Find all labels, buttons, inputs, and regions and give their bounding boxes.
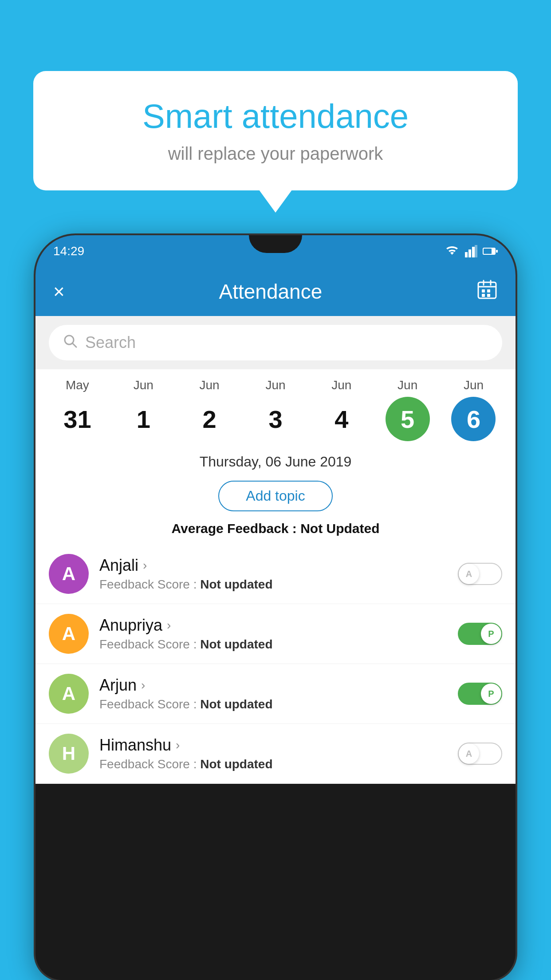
cal-month-label: Jun — [200, 378, 220, 392]
wifi-icon — [445, 245, 460, 257]
calendar-day[interactable]: Jun1 — [117, 378, 170, 441]
cal-month-label: Jun — [134, 378, 153, 392]
toggle-knob: A — [459, 564, 479, 584]
student-name: Anjali › — [99, 556, 447, 575]
selected-date-label: Thursday, 06 June 2019 — [35, 446, 516, 474]
student-info: Anupriya ›Feedback Score : Not updated — [99, 616, 447, 652]
chevron-icon: › — [167, 618, 171, 632]
cal-month-label: Jun — [464, 378, 484, 392]
search-bar-container: Search — [35, 316, 516, 369]
calendar-day[interactable]: Jun5 — [381, 378, 434, 441]
add-topic-container: Add topic — [35, 474, 516, 518]
toggle-track: A — [458, 563, 502, 585]
cal-month-label: Jun — [331, 378, 351, 392]
avatar: A — [49, 674, 89, 714]
svg-rect-2 — [472, 247, 475, 257]
toggle-knob: P — [481, 684, 501, 704]
search-placeholder: Search — [85, 333, 136, 352]
svg-line-16 — [72, 343, 76, 347]
feedback-score: Feedback Score : Not updated — [99, 577, 447, 592]
calendar-day[interactable]: May31 — [51, 378, 104, 441]
student-name: Arjun › — [99, 676, 447, 695]
app-bar-title: Attendance — [219, 280, 322, 304]
feedback-score: Feedback Score : Not updated — [99, 637, 447, 652]
search-icon — [62, 333, 78, 352]
status-time: 14:29 — [53, 244, 84, 258]
cal-date-number: 5 — [386, 397, 430, 441]
student-item[interactable]: HHimanshu ›Feedback Score : Not updatedA — [35, 724, 516, 784]
student-item[interactable]: AAnupriya ›Feedback Score : Not updatedP — [35, 604, 516, 664]
attendance-toggle[interactable]: P — [458, 683, 502, 705]
svg-rect-5 — [484, 249, 492, 254]
attendance-toggle[interactable]: A — [458, 563, 502, 585]
attendance-toggle[interactable]: P — [458, 623, 502, 645]
feedback-score: Feedback Score : Not updated — [99, 697, 447, 711]
attendance-toggle[interactable]: A — [458, 743, 502, 765]
average-feedback: Average Feedback : Not Updated — [35, 518, 516, 544]
student-item[interactable]: AAnjali ›Feedback Score : Not updatedA — [35, 544, 516, 604]
phone-frame: 14:29 × Attendance — [35, 235, 516, 980]
search-bar[interactable]: Search — [49, 325, 502, 360]
calendar-day[interactable]: Jun2 — [183, 378, 236, 441]
cal-date-number: 4 — [319, 397, 364, 441]
toggle-knob: P — [481, 624, 501, 644]
svg-rect-0 — [465, 252, 468, 257]
toggle-track: P — [458, 683, 502, 705]
student-list: AAnjali ›Feedback Score : Not updatedAAA… — [35, 544, 516, 784]
student-info: Himanshu ›Feedback Score : Not updated — [99, 736, 447, 771]
close-button[interactable]: × — [53, 281, 65, 303]
cal-date-number: 1 — [121, 397, 165, 441]
avatar: A — [49, 554, 89, 594]
calendar-strip: May31Jun1Jun2Jun3Jun4Jun5Jun6 — [35, 369, 516, 446]
hero-title: Smart attendance — [55, 98, 496, 135]
calendar-day[interactable]: Jun4 — [315, 378, 368, 441]
app-bar: × Attendance — [35, 267, 516, 316]
calendar-day[interactable]: Jun3 — [249, 378, 302, 441]
student-name: Anupriya › — [99, 616, 447, 635]
student-name: Himanshu › — [99, 736, 447, 755]
svg-rect-14 — [487, 294, 490, 297]
svg-rect-13 — [482, 294, 485, 297]
student-info: Anjali ›Feedback Score : Not updated — [99, 556, 447, 592]
feedback-score: Feedback Score : Not updated — [99, 757, 447, 771]
cal-month-label: May — [66, 378, 89, 392]
battery-icon — [483, 247, 498, 256]
chevron-icon: › — [141, 678, 145, 692]
avg-feedback-value: Not Updated — [300, 521, 379, 536]
svg-rect-1 — [468, 249, 471, 257]
calendar-day[interactable]: Jun6 — [447, 378, 500, 441]
chevron-icon: › — [143, 558, 147, 573]
avatar: A — [49, 614, 89, 654]
student-info: Arjun ›Feedback Score : Not updated — [99, 676, 447, 711]
chevron-icon: › — [176, 738, 180, 752]
hero-subtitle: will replace your paperwork — [55, 144, 496, 164]
toggle-track: A — [458, 743, 502, 765]
svg-rect-6 — [496, 250, 498, 253]
avatar: H — [49, 734, 89, 774]
status-icons — [445, 245, 498, 257]
screen-content: Search May31Jun1Jun2Jun3Jun4Jun5Jun6 Thu… — [35, 316, 516, 784]
calendar-button[interactable] — [476, 279, 498, 304]
cal-date-number: 31 — [55, 397, 99, 441]
svg-rect-12 — [487, 289, 490, 292]
svg-rect-11 — [482, 289, 485, 292]
avg-feedback-label: Average Feedback : — [171, 521, 300, 536]
signal-icon — [465, 245, 477, 257]
svg-rect-3 — [475, 245, 477, 257]
cal-month-label: Jun — [398, 378, 417, 392]
cal-date-number: 6 — [451, 397, 496, 441]
toggle-knob: A — [459, 743, 479, 764]
cal-date-number: 3 — [253, 397, 298, 441]
add-topic-button[interactable]: Add topic — [218, 481, 332, 511]
cal-date-number: 2 — [187, 397, 232, 441]
student-item[interactable]: AArjun ›Feedback Score : Not updatedP — [35, 664, 516, 724]
toggle-track: P — [458, 623, 502, 645]
cal-month-label: Jun — [265, 378, 285, 392]
speech-bubble: Smart attendance will replace your paper… — [33, 71, 518, 190]
